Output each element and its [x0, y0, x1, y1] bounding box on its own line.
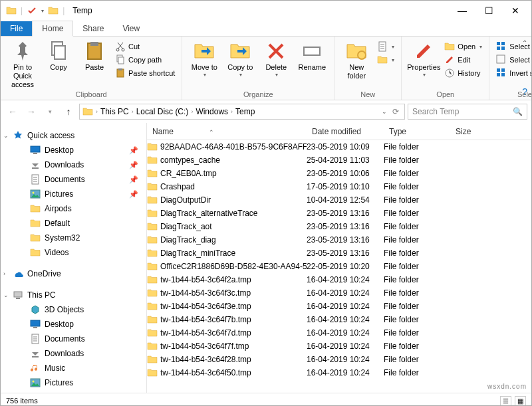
table-row[interactable]: tw-1b44-b54-3c64f50.tmp16-04-2019 10:24F… — [147, 366, 531, 379]
tab-view[interactable]: View — [113, 21, 149, 36]
group-new: New — [340, 90, 396, 100]
copy-button[interactable]: Copy — [42, 38, 75, 72]
check-icon[interactable] — [27, 5, 37, 16]
item-count: 756 items — [6, 397, 38, 405]
table-row[interactable]: DiagOutputDir10-04-2019 12:54File folder — [147, 193, 531, 207]
tab-share[interactable]: Share — [73, 21, 113, 36]
collapse-ribbon-icon[interactable]: ⌃ — [522, 39, 527, 47]
crumb-windows[interactable]: Windows — [196, 107, 228, 116]
move-to-button[interactable]: Move to▾ — [188, 38, 221, 78]
properties-button[interactable]: Properties▾ — [407, 38, 440, 78]
nav-music[interactable]: Music — [1, 361, 146, 375]
nav-documents[interactable]: Documents📌 — [1, 172, 146, 187]
nav-3d-objects[interactable]: 3D Objects — [1, 302, 146, 317]
pin-quick-access-button[interactable]: Pin to Quick access — [6, 38, 39, 90]
help-icon[interactable]: ? — [522, 86, 527, 97]
paste-shortcut-icon — [115, 68, 126, 78]
table-row[interactable]: tw-1b44-b54-3c64f3e.tmp16-04-2019 10:24F… — [147, 300, 531, 313]
chevron-down-icon: ▾ — [275, 72, 278, 78]
table-row[interactable]: DiagTrack_diag23-05-2019 13:16File folde… — [147, 233, 531, 247]
col-size[interactable]: Size — [450, 127, 490, 136]
invert-selection-button[interactable]: Invert selection — [495, 67, 532, 79]
maximize-button[interactable]: ☐ — [475, 1, 502, 20]
table-row[interactable]: DiagTrack_alternativeTrace23-05-2019 13:… — [147, 207, 531, 220]
qat-caret-icon[interactable]: ▾ — [41, 8, 44, 14]
table-row[interactable]: tw-1b44-b54-3c64f3c.tmp16-04-2019 10:24F… — [147, 286, 531, 300]
table-row[interactable]: tw-1b44-b54-3c64f28.tmp16-04-2019 10:24F… — [147, 353, 531, 366]
nav-videos[interactable]: Videos — [1, 245, 146, 260]
nav-airpods[interactable]: Airpods — [1, 201, 146, 216]
file-rows[interactable]: 92BAADAC-46A8-401B-B575-9C6F8AFF6...23-0… — [147, 140, 531, 393]
nav-pictures[interactable]: Pictures📌 — [1, 187, 146, 201]
thumbnails-view-button[interactable]: ▦ — [515, 396, 526, 406]
paste-button[interactable]: Paste — [78, 38, 111, 72]
recent-button[interactable]: ▾ — [42, 104, 58, 120]
edit-button[interactable]: Edit — [443, 54, 483, 66]
table-row[interactable]: 92BAADAC-46A8-401B-B575-9C6F8AFF6...23-0… — [147, 140, 531, 153]
nav-onedrive[interactable]: ›OneDrive — [1, 266, 146, 281]
nav-pictures2[interactable]: Pictures — [1, 375, 146, 390]
table-row[interactable]: DiagTrack_aot23-05-2019 13:16File folder — [147, 220, 531, 233]
nav-this-pc[interactable]: ⌄This PC — [1, 288, 146, 302]
new-folder-button[interactable]: New folder — [340, 38, 373, 80]
col-type[interactable]: Type — [384, 127, 450, 136]
copy-path-button[interactable]: Copy path — [114, 54, 176, 66]
new-item-button[interactable]: ▾ — [376, 41, 396, 52]
file-name: OfficeC2R1886D69B-D582-4E30-AA94-53... — [160, 262, 307, 271]
delete-button[interactable]: Delete▾ — [259, 38, 293, 78]
breadcrumb-dropdown-icon[interactable]: ⌄ — [382, 108, 387, 115]
folder-icon — [147, 221, 158, 232]
refresh-button[interactable]: ⟳ — [392, 107, 399, 116]
nav-documents2[interactable]: Documents — [1, 332, 146, 346]
file-date: 16-04-2019 10:24 — [307, 355, 384, 364]
sort-asc-icon: ⌃ — [209, 129, 214, 136]
col-date[interactable]: Date modified — [307, 127, 384, 136]
crumb-thispc[interactable]: This PC — [100, 107, 129, 116]
file-type: File folder — [384, 169, 450, 178]
table-row[interactable]: CR_4EB0A.tmp23-05-2019 10:06File folder — [147, 167, 531, 180]
table-row[interactable]: tw-1b44-b54-3c64f2a.tmp16-04-2019 10:24F… — [147, 273, 531, 286]
forward-button[interactable]: → — [23, 104, 39, 120]
nav-desktop2[interactable]: Desktop — [1, 317, 146, 332]
open-button[interactable]: Open▾ — [443, 41, 483, 52]
rename-icon — [301, 41, 323, 62]
table-row[interactable]: comtypes_cache25-04-2019 11:03File folde… — [147, 153, 531, 167]
table-row[interactable]: OfficeC2R1886D69B-D582-4E30-AA94-53...22… — [147, 260, 531, 273]
history-button[interactable]: History — [443, 67, 483, 79]
back-button[interactable]: ← — [5, 104, 21, 120]
table-row[interactable]: tw-1b44-b54-3c64f7d.tmp16-04-2019 10:24F… — [147, 326, 531, 340]
minimize-button[interactable]: — — [449, 1, 475, 20]
table-row[interactable]: tw-1b44-b54-3c64f7b.tmp16-04-2019 10:24F… — [147, 313, 531, 326]
up-button[interactable]: ↑ — [61, 104, 76, 120]
close-button[interactable]: ✕ — [502, 1, 529, 20]
table-row[interactable]: DiagTrack_miniTrace23-05-2019 13:16File … — [147, 247, 531, 260]
easy-access-button[interactable]: ▾ — [376, 54, 396, 66]
select-none-button[interactable]: Select none — [495, 54, 532, 66]
desktop-icon — [30, 145, 41, 155]
details-view-button[interactable]: ☰ — [500, 396, 511, 406]
nav-system32[interactable]: System32 — [1, 231, 146, 245]
rename-button[interactable]: Rename — [295, 38, 329, 72]
paste-shortcut-button[interactable]: Paste shortcut — [114, 67, 176, 79]
nav-default[interactable]: Default — [1, 216, 146, 231]
breadcrumb[interactable]: › This PC› Local Disc (C:)› Windows› Tem… — [79, 104, 405, 120]
table-row[interactable]: Crashpad17-05-2019 10:10File folder — [147, 180, 531, 193]
pictures-icon — [30, 377, 41, 388]
copy-to-button[interactable]: Copy to▾ — [223, 38, 257, 78]
column-headers[interactable]: Name ⌃ Date modified Type Size — [147, 123, 531, 140]
search-input[interactable]: Search Temp 🔍 — [408, 104, 527, 120]
tab-file[interactable]: File — [1, 21, 32, 36]
nav-pane[interactable]: ⌄Quick access Desktop📌 Downloads📌 Docume… — [1, 123, 147, 393]
col-name[interactable]: Name ⌃ — [147, 127, 307, 136]
nav-desktop[interactable]: Desktop📌 — [1, 143, 146, 157]
tab-home[interactable]: Home — [32, 21, 73, 37]
folder-icon — [30, 247, 41, 258]
nav-downloads2[interactable]: Downloads — [1, 346, 146, 361]
nav-downloads[interactable]: Downloads📌 — [1, 157, 146, 172]
crumb-c[interactable]: Local Disc (C:) — [136, 107, 189, 116]
cut-button[interactable]: Cut — [114, 41, 176, 52]
table-row[interactable]: tw-1b44-b54-3c64f7f.tmp16-04-2019 10:24F… — [147, 340, 531, 353]
nav-quick-access[interactable]: ⌄Quick access — [1, 128, 146, 143]
watermark: wsxdn.com — [487, 383, 527, 390]
crumb-temp[interactable]: Temp — [235, 107, 255, 116]
